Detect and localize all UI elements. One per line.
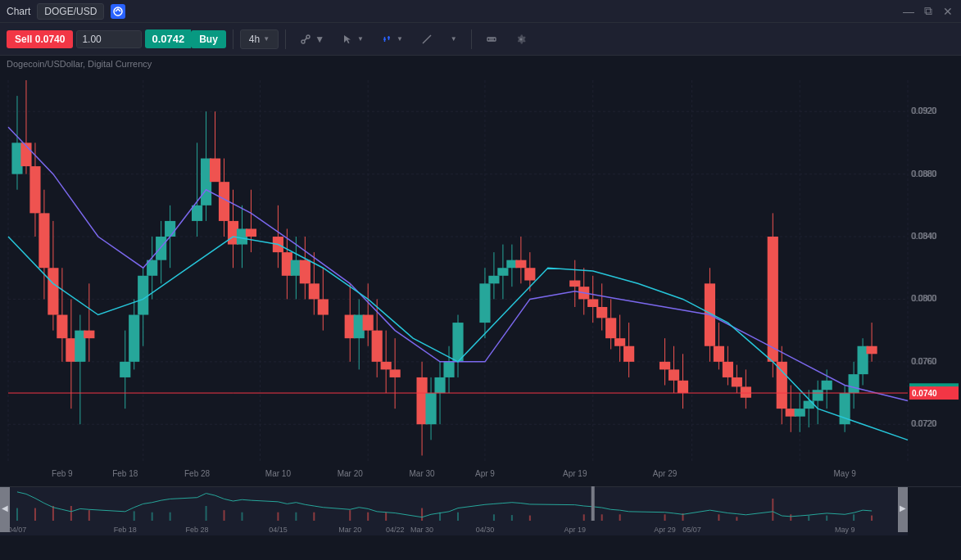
draw-line-caret[interactable]: ▼ (443, 31, 465, 47)
quantity-input[interactable] (76, 30, 142, 48)
separator-3 (471, 29, 472, 49)
toolbar: Sell 0.0740 0.0742 Buy 4h ▼ ▼ ▼ ▼ ▼ (0, 23, 961, 56)
chart-area-container: Dogecoin/USDollar, Digital Currency (0, 56, 961, 560)
buy-button[interactable]: Buy (191, 30, 226, 48)
restore-button[interactable]: ⧉ (922, 5, 935, 18)
svg-point-2 (306, 35, 310, 38)
separator-1 (233, 29, 233, 49)
cursor-tool[interactable]: ▼ (335, 29, 371, 49)
svg-line-8 (423, 35, 431, 43)
indicators-label: ▼ (315, 34, 324, 45)
settings-button[interactable] (508, 29, 534, 49)
svg-point-1 (301, 40, 305, 43)
svg-line-3 (305, 38, 307, 40)
main-layout: Dogecoin/USDollar, Digital Currency (0, 56, 961, 560)
sell-button[interactable]: Sell 0.0740 (7, 30, 73, 48)
indicators-button[interactable]: ▼ (292, 29, 332, 49)
timeframe-caret: ▼ (263, 35, 270, 43)
minimize-button[interactable]: — (902, 5, 915, 18)
close-button[interactable]: ✕ (941, 5, 954, 18)
measure-button[interactable] (478, 29, 505, 49)
buy-price-display: 0.0742 (145, 29, 191, 48)
title-bar: Chart DOGE/USD — ⧉ ✕ (0, 0, 961, 23)
broker-icon (111, 4, 125, 19)
chart-header: Dogecoin/USDollar, Digital Currency (0, 56, 961, 72)
symbol-display[interactable]: DOGE/USD (37, 3, 104, 20)
chart-label: Chart (7, 6, 30, 17)
chart-type-button[interactable]: ▼ (374, 29, 410, 49)
timeframe-selector[interactable]: 4h ▼ (240, 29, 279, 49)
main-chart-canvas[interactable] (0, 72, 961, 549)
separator-2 (285, 29, 286, 49)
draw-line-button[interactable] (414, 29, 440, 49)
chart-subtitle: Dogecoin/USDollar, Digital Currency (7, 59, 152, 69)
